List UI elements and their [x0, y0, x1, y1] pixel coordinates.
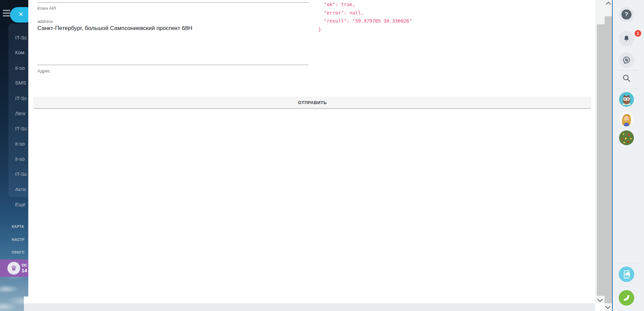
address-field-underline	[37, 65, 309, 65]
chat-exchange-icon	[622, 56, 631, 65]
smartphone-cloud-icon	[621, 269, 632, 279]
trial-banner-line2: 14	[22, 268, 27, 273]
content-panel	[24, 0, 595, 303]
menu-item-9[interactable]: IT-Sc	[15, 171, 28, 177]
panel-separator-line	[612, 0, 613, 311]
app-root: Ключ API address Санкт-Петербург, большо…	[0, 0, 644, 311]
menu-item-2[interactable]: it-so	[15, 65, 28, 71]
crown-icon: ♛	[7, 262, 20, 275]
json-line: "error": null,	[318, 9, 412, 17]
notifications-button[interactable]: 1	[619, 31, 634, 46]
notification-badge: 1	[635, 30, 641, 37]
woman-icon	[619, 112, 634, 126]
menu-item-5[interactable]: Легк	[15, 111, 28, 116]
search-icon[interactable]	[622, 74, 631, 83]
json-line: }	[318, 25, 412, 34]
toolbar-divider	[616, 70, 639, 70]
help-button[interactable]: ?	[619, 7, 634, 22]
owl-icon	[619, 92, 634, 107]
api-response-json: "ok": true, "error": null, "result": "59…	[318, 0, 412, 33]
mobile-app-button[interactable]	[619, 267, 634, 282]
menu-section-invite[interactable]: ПРИГЛ	[12, 250, 28, 254]
hamburger-menu-icon[interactable]	[3, 10, 10, 17]
toolbar-divider	[616, 89, 639, 89]
phone-handset-icon	[622, 293, 631, 302]
outer-scrollbar-thumb[interactable]	[605, 16, 612, 303]
call-button[interactable]	[619, 290, 634, 306]
menu-item-3[interactable]: SMS	[15, 80, 28, 86]
avatar-woman[interactable]	[619, 112, 634, 126]
right-toolbar: ? 1	[613, 0, 644, 311]
avatar-flowers[interactable]	[619, 130, 634, 145]
avatar-owl[interactable]	[619, 92, 634, 107]
menu-item-more[interactable]: Ещё	[15, 201, 28, 207]
api-key-helper-text: Ключ API	[37, 6, 56, 11]
menu-item-8[interactable]: it-so	[15, 156, 28, 162]
api-key-field-underline	[37, 2, 309, 3]
menu-section-map[interactable]: КАРТА	[12, 224, 28, 228]
inner-scrollbar-thumb[interactable]	[597, 24, 605, 296]
menu-item-7[interactable]: it-so	[15, 141, 28, 147]
trial-banner-line1: ОС	[22, 263, 27, 267]
address-input[interactable]: Санкт-Петербург, большой Сампсониевский …	[37, 25, 309, 32]
side-menu-overlay: × IT-Sc Ком it-so SMS IT-Sc Легк IT-Sc i…	[0, 0, 28, 297]
dialogs-button[interactable]	[619, 53, 634, 68]
menu-item-0[interactable]: IT-Sc	[15, 35, 28, 40]
menu-item-6[interactable]: IT-Sc	[15, 126, 28, 131]
help-icon: ?	[621, 9, 632, 20]
menu-item-4[interactable]: IT-Sc	[15, 95, 28, 101]
menu-section-settings[interactable]: НАСТР	[12, 238, 28, 242]
json-line: "result": "59.979705 30.336026"	[318, 17, 412, 25]
menu-item-1[interactable]: Ком	[15, 50, 28, 55]
address-field-label: address	[37, 19, 53, 24]
menu-item-10[interactable]: Акти	[15, 186, 28, 192]
toolbar-divider	[616, 264, 639, 264]
bell-icon	[622, 35, 631, 43]
json-line: "ok": true,	[318, 0, 412, 9]
close-icon: ×	[17, 9, 25, 19]
send-button[interactable]: ОТПРАВИТЬ	[34, 97, 591, 108]
horizontal-scrollbar-track[interactable]	[24, 303, 595, 311]
address-helper-text: Адрес	[37, 68, 50, 73]
trial-banner[interactable]: ♛ ОС 14	[0, 259, 28, 277]
menu-close-button[interactable]: ×	[10, 7, 28, 23]
